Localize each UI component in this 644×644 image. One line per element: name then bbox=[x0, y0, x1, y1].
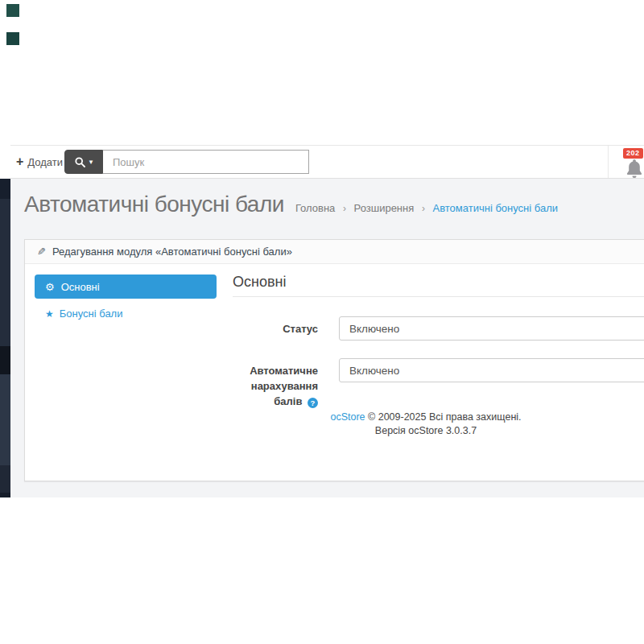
breadcrumb: Головна › Розширення › Автоматичні бонус… bbox=[295, 202, 558, 214]
corner-square-top bbox=[6, 4, 19, 17]
module-edit-panel: ✎ Редагування модуля «Автоматичні бонусн… bbox=[24, 239, 644, 481]
panel-heading: ✎ Редагування модуля «Автоматичні бонусн… bbox=[25, 240, 644, 264]
tab-bonus-points-label: Бонусні бали bbox=[60, 308, 123, 320]
form-group-status: Статус Включено bbox=[233, 316, 644, 341]
panel-heading-text: Редагування модуля «Автоматичні бонусні … bbox=[52, 246, 292, 258]
auto-points-select[interactable]: Включено bbox=[339, 358, 644, 382]
pencil-icon: ✎ bbox=[37, 246, 46, 258]
status-select[interactable]: Включено bbox=[339, 316, 644, 341]
topbar-divider bbox=[608, 146, 609, 178]
breadcrumb-separator: › bbox=[422, 203, 425, 214]
chevron-down-icon: ▾ bbox=[89, 159, 93, 166]
admin-page: + Додати ▾ 202 Автоматичні бонусні бали bbox=[0, 0, 644, 644]
breadcrumb-current[interactable]: Автоматичні бонусні бали bbox=[433, 202, 559, 214]
corner-square-bottom bbox=[6, 32, 19, 45]
gear-icon: ⚙ bbox=[45, 282, 55, 292]
version-line: Версія ocStore 3.0.3.7 bbox=[233, 424, 619, 438]
breadcrumb-extensions[interactable]: Розширення bbox=[354, 202, 415, 214]
breadcrumb-separator: › bbox=[343, 203, 346, 214]
settings-tabs: ⚙ Основні ★ Бонусні бали bbox=[35, 275, 217, 320]
star-icon: ★ bbox=[45, 309, 54, 319]
sidebar-strip bbox=[0, 179, 10, 497]
ocstore-link[interactable]: ocStore bbox=[330, 411, 365, 423]
search-group: ▾ bbox=[64, 150, 309, 174]
breadcrumb-home[interactable]: Головна bbox=[295, 202, 335, 214]
search-input[interactable] bbox=[103, 150, 309, 174]
status-label: Статус bbox=[233, 316, 318, 341]
tab-general[interactable]: ⚙ Основні bbox=[35, 275, 217, 299]
search-button[interactable]: ▾ bbox=[64, 150, 103, 174]
plus-icon: + bbox=[16, 155, 23, 168]
content-area: Автоматичні бонусні бали Головна › Розши… bbox=[10, 179, 644, 497]
copyright-footer: ocStore © 2009-2025 Всі права захищені. … bbox=[233, 411, 619, 438]
panel-body: ⚙ Основні ★ Бонусні бали Основні Статус … bbox=[25, 264, 644, 481]
section-title: Основні bbox=[233, 274, 644, 297]
form-group-auto-points: Автоматичне нарахування балів ? Включено bbox=[233, 358, 644, 409]
page-title: Автоматичні бонусні бали bbox=[24, 192, 284, 217]
top-navbar: + Додати ▾ 202 bbox=[10, 145, 644, 179]
copyright-line: ocStore © 2009-2025 Всі права захищені. bbox=[233, 411, 619, 424]
tab-bonus-points[interactable]: ★ Бонусні бали bbox=[35, 308, 217, 320]
page-header: Автоматичні бонусні бали Головна › Розши… bbox=[24, 192, 558, 217]
search-icon bbox=[75, 157, 85, 167]
bell-icon bbox=[625, 159, 643, 178]
notifications-button[interactable]: 202 bbox=[613, 146, 644, 178]
notification-count-badge: 202 bbox=[623, 148, 643, 159]
add-button[interactable]: + Додати bbox=[16, 146, 63, 178]
tab-general-label: Основні bbox=[61, 281, 100, 293]
auto-points-label: Автоматичне нарахування балів ? bbox=[233, 358, 318, 409]
help-icon[interactable]: ? bbox=[308, 398, 318, 408]
copyright-text: © 2009-2025 Всі права захищені. bbox=[365, 411, 522, 423]
settings-form: Основні Статус Включено Автоматичне нара… bbox=[233, 274, 644, 438]
add-button-label: Додати bbox=[27, 156, 63, 168]
